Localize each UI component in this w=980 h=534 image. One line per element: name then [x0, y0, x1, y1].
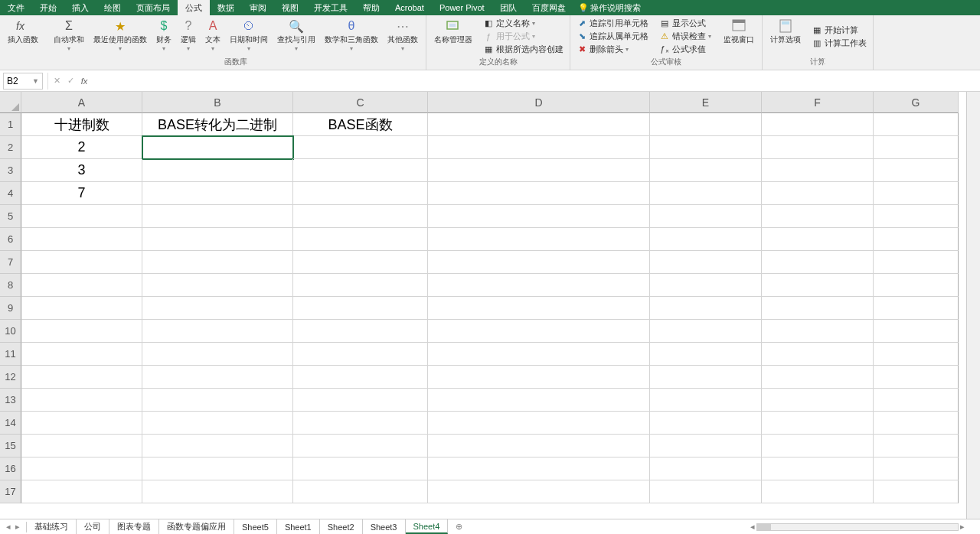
cell-E14[interactable] — [650, 412, 762, 435]
financial-button[interactable]: $财务▾ — [152, 17, 176, 56]
cell-E15[interactable] — [650, 435, 762, 457]
cell-C2[interactable] — [293, 136, 428, 159]
cell-C12[interactable] — [293, 366, 428, 389]
cell-F9[interactable] — [762, 297, 874, 320]
cell-E10[interactable] — [650, 320, 762, 343]
cell-G12[interactable] — [874, 366, 959, 389]
sheet-nav-next[interactable]: ▸ — [15, 522, 20, 532]
recent-functions-button[interactable]: ★最近使用的函数▾ — [89, 17, 152, 56]
menu-tab-插入[interactable]: 插入 — [64, 0, 96, 15]
cell-E1[interactable] — [650, 113, 762, 136]
cell-B1[interactable]: BASE转化为二进制 — [142, 113, 293, 136]
cell-A3[interactable]: 3 — [21, 159, 142, 182]
cell-E11[interactable] — [650, 343, 762, 366]
cell-G13[interactable] — [874, 389, 959, 412]
row-header-1[interactable]: 1 — [0, 113, 21, 136]
cell-A5[interactable] — [21, 205, 142, 228]
cell-C17[interactable] — [293, 480, 428, 503]
menu-tab-开始[interactable]: 开始 — [32, 0, 64, 15]
cell-D13[interactable] — [428, 389, 650, 412]
cell-C13[interactable] — [293, 389, 428, 412]
cell-F1[interactable] — [762, 113, 874, 136]
cell-B10[interactable] — [142, 320, 293, 343]
menu-tab-Power Pivot[interactable]: Power Pivot — [432, 0, 492, 15]
cell-E16[interactable] — [650, 457, 762, 480]
cancel-formula-button[interactable]: ✕ — [50, 73, 64, 90]
row-header-9[interactable]: 9 — [0, 297, 21, 320]
cell-B11[interactable] — [142, 343, 293, 366]
cell-B3[interactable] — [142, 159, 293, 182]
calculate-now-button[interactable]: ▦开始计算 — [808, 24, 870, 37]
cell-G3[interactable] — [874, 159, 959, 182]
name-manager-button[interactable]: 名称管理器 — [430, 17, 477, 56]
cell-C11[interactable] — [293, 343, 428, 366]
cell-C7[interactable] — [293, 251, 428, 274]
cell-F6[interactable] — [762, 228, 874, 251]
cell-F3[interactable] — [762, 159, 874, 182]
define-name-button[interactable]: ◧定义名称 ▾ — [480, 17, 567, 30]
cell-B5[interactable] — [142, 205, 293, 228]
menu-tab-页面布局[interactable]: 页面布局 — [129, 0, 178, 15]
evaluate-formula-button[interactable]: ƒₓ公式求值 — [656, 43, 714, 56]
cell-F12[interactable] — [762, 366, 874, 389]
cell-F11[interactable] — [762, 343, 874, 366]
cell-F16[interactable] — [762, 457, 874, 480]
logical-button[interactable]: ?逻辑▾ — [176, 17, 201, 56]
cell-D5[interactable] — [428, 205, 650, 228]
select-all-corner[interactable] — [0, 92, 21, 113]
cell-E17[interactable] — [650, 480, 762, 503]
cell-C5[interactable] — [293, 205, 428, 228]
col-header-F[interactable]: F — [762, 92, 874, 113]
cell-B6[interactable] — [142, 228, 293, 251]
col-header-B[interactable]: B — [142, 92, 293, 113]
cell-E13[interactable] — [650, 389, 762, 412]
menu-tab-Acrobat[interactable]: Acrobat — [387, 0, 432, 15]
col-header-D[interactable]: D — [428, 92, 650, 113]
cell-D17[interactable] — [428, 480, 650, 503]
show-formulas-button[interactable]: ▤显示公式 — [656, 17, 714, 30]
cell-A16[interactable] — [21, 457, 142, 480]
row-header-11[interactable]: 11 — [0, 343, 21, 366]
cell-D1[interactable] — [428, 113, 650, 136]
cell-F4[interactable] — [762, 182, 874, 205]
chevron-down-icon[interactable]: ▼ — [32, 77, 39, 85]
cell-D6[interactable] — [428, 228, 650, 251]
cell-D2[interactable] — [428, 136, 650, 159]
cell-G16[interactable] — [874, 457, 959, 480]
sheet-tab-Sheet3[interactable]: Sheet3 — [363, 519, 406, 534]
col-header-C[interactable]: C — [293, 92, 428, 113]
cell-G4[interactable] — [874, 182, 959, 205]
cell-F8[interactable] — [762, 274, 874, 297]
cell-C15[interactable] — [293, 435, 428, 457]
cell-G7[interactable] — [874, 251, 959, 274]
cell-E6[interactable] — [650, 228, 762, 251]
cell-A13[interactable] — [21, 389, 142, 412]
sheet-tab-Sheet4[interactable]: Sheet4 — [406, 519, 449, 534]
horizontal-scrollbar[interactable]: ◂▸ — [750, 523, 980, 532]
cell-A14[interactable] — [21, 412, 142, 435]
row-header-16[interactable]: 16 — [0, 457, 21, 480]
sheet-tab-Sheet2[interactable]: Sheet2 — [320, 519, 363, 534]
cell-B8[interactable] — [142, 274, 293, 297]
cell-E9[interactable] — [650, 297, 762, 320]
add-sheet-button[interactable]: ⊕ — [448, 522, 470, 532]
cell-G5[interactable] — [874, 205, 959, 228]
cell-B9[interactable] — [142, 297, 293, 320]
cell-D8[interactable] — [428, 274, 650, 297]
use-in-formula-button[interactable]: ƒ用于公式 ▾ — [480, 30, 567, 43]
cell-G6[interactable] — [874, 228, 959, 251]
cell-F17[interactable] — [762, 480, 874, 503]
menu-tab-开发工具[interactable]: 开发工具 — [306, 0, 355, 15]
cell-A7[interactable] — [21, 251, 142, 274]
menu-tab-公式[interactable]: 公式 — [178, 0, 210, 15]
lookup-button[interactable]: 🔍查找与引用▾ — [273, 17, 320, 56]
menu-tab-绘图[interactable]: 绘图 — [96, 0, 129, 15]
trace-precedents-button[interactable]: ⬈追踪引用单元格 — [573, 17, 652, 30]
cell-F10[interactable] — [762, 320, 874, 343]
autosum-button[interactable]: Σ自动求和▾ — [49, 17, 89, 56]
col-header-E[interactable]: E — [650, 92, 762, 113]
tell-me-search[interactable]: 💡操作说明搜索 — [578, 2, 641, 14]
cell-B14[interactable] — [142, 412, 293, 435]
menu-tab-视图[interactable]: 视图 — [274, 0, 306, 15]
more-functions-button[interactable]: ⋯其他函数▾ — [383, 17, 423, 56]
